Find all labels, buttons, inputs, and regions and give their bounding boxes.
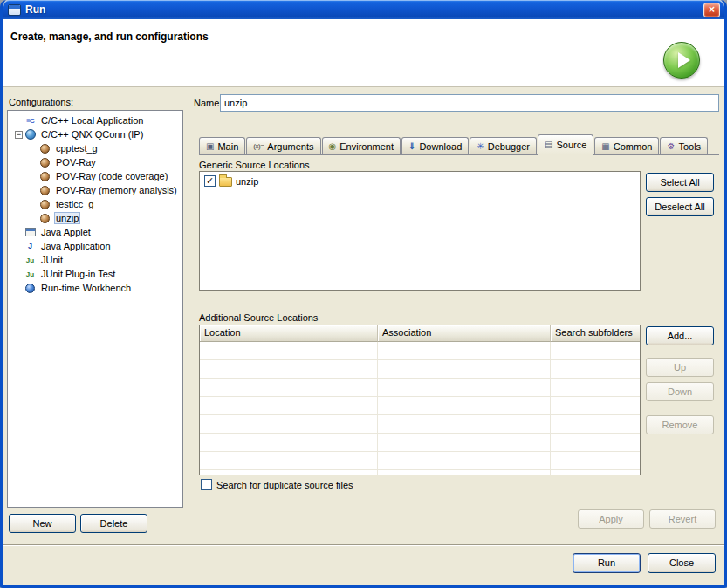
tree-item-cpp-qnx-qconn[interactable]: − C/C++ QNX QConn (IP)	[8, 127, 182, 141]
deselect-all-button[interactable]: Deselect All	[646, 197, 714, 216]
launch-config-icon	[40, 144, 50, 154]
name-input[interactable]	[220, 94, 719, 112]
revert-button: Revert	[649, 509, 716, 529]
tab-label: Common	[614, 141, 653, 152]
qnx-globe-icon	[25, 129, 36, 140]
tree-item-unzip[interactable]: unzip	[8, 211, 182, 225]
tab-environment[interactable]: ◉ Environment	[322, 137, 401, 154]
tools-tab-icon: ⚙	[667, 142, 675, 151]
generic-source-list[interactable]: ✓ unzip	[199, 171, 641, 291]
configurations-tree[interactable]: ≡C C/C++ Local Application − C/C++ QNX Q…	[7, 110, 183, 508]
run-button[interactable]: Run	[573, 553, 641, 573]
footer-separator	[3, 544, 724, 546]
tree-item-junit[interactable]: Ju JUnit	[8, 253, 182, 267]
tree-item-runtime-workbench[interactable]: Run-time Workbench	[8, 281, 182, 295]
duplicate-sources-label: Search for duplicate source files	[216, 480, 353, 490]
configurations-label: Configurations:	[9, 97, 73, 107]
new-button[interactable]: New	[9, 514, 76, 533]
environment-tab-icon: ◉	[329, 142, 337, 151]
tree-item-label: Java Application	[39, 241, 113, 251]
tab-label: Debugger	[488, 141, 530, 152]
junit-plugin-icon: Ju	[24, 269, 36, 280]
launch-config-icon	[40, 200, 50, 209]
tab-label: Environment	[339, 141, 394, 152]
checkbox-checked-icon[interactable]: ✓	[204, 175, 216, 187]
tree-item-testicc-g[interactable]: testicc_g	[8, 197, 182, 211]
column-divider	[377, 342, 378, 475]
tree-item-label: JUnit	[39, 255, 65, 265]
tab-tools[interactable]: ⚙ Tools	[660, 137, 708, 154]
tree-item-junit-plugin-test[interactable]: Ju JUnit Plug-in Test	[8, 267, 182, 281]
launch-config-icon	[40, 158, 50, 168]
tree-item-label: POV-Ray (memory analysis)	[54, 185, 179, 195]
tree-item-pov-ray-memory-analysis[interactable]: POV-Ray (memory analysis)	[8, 183, 182, 197]
column-header-search-subfolders[interactable]: Search subfolders	[551, 325, 640, 342]
tab-download[interactable]: ⇓ Download	[401, 137, 469, 154]
table-body[interactable]	[200, 342, 640, 475]
duplicate-sources-option[interactable]: Search for duplicate source files	[201, 479, 353, 490]
remove-button: Remove	[646, 415, 714, 434]
down-button: Down	[646, 382, 714, 401]
junit-icon: Ju	[24, 255, 36, 266]
table-header-row: Location Association Search subfolders	[200, 325, 640, 342]
tree-item-label: POV-Ray	[54, 157, 98, 168]
source-tab-icon: ▤	[545, 140, 552, 149]
generic-source-locations-label: Generic Source Locations	[199, 160, 310, 170]
tree-item-label: C/C++ QNX QConn (IP)	[39, 129, 145, 140]
generic-source-item-unzip[interactable]: ✓ unzip	[204, 175, 635, 187]
tab-common[interactable]: ▦ Common	[594, 137, 659, 154]
tab-label: Tools	[678, 141, 701, 152]
java-applet-icon	[25, 228, 36, 236]
run-dialog-window: Run × Create, manage, and run configurat…	[0, 0, 727, 588]
arguments-tab-icon: (x)=	[253, 143, 264, 150]
tab-source[interactable]: ▤ Source	[538, 134, 593, 155]
play-arrow-icon	[678, 52, 690, 68]
tab-folder: ▣ Main (x)= Arguments ◉ Environment ⇓ Do…	[199, 134, 719, 155]
launch-config-icon	[40, 172, 50, 181]
tree-item-label: Java Applet	[39, 227, 93, 237]
tree-item-label: cpptest_g	[54, 143, 99, 154]
column-header-location[interactable]: Location	[200, 325, 378, 342]
tab-main[interactable]: ▣ Main	[199, 137, 245, 154]
checkbox-unchecked-icon[interactable]	[201, 479, 212, 490]
cpp-local-app-icon: ≡C	[24, 115, 36, 126]
workbench-icon	[25, 284, 35, 293]
launch-config-icon	[40, 214, 50, 223]
tree-item-label: JUnit Plug-in Test	[39, 269, 117, 279]
banner-title: Create, manage, and run configurations	[10, 31, 209, 43]
additional-source-table[interactable]: Location Association Search subfolders	[199, 325, 641, 475]
tab-debugger[interactable]: ✳ Debugger	[470, 137, 537, 154]
column-header-association[interactable]: Association	[378, 325, 551, 342]
additional-source-locations-label: Additional Source Locations	[199, 312, 318, 323]
delete-button[interactable]: Delete	[80, 514, 147, 533]
tab-arguments[interactable]: (x)= Arguments	[246, 137, 320, 154]
tree-item-label: POV-Ray (code coverage)	[54, 171, 169, 181]
main-tab-icon: ▣	[206, 142, 214, 151]
tree-item-pov-ray[interactable]: POV-Ray	[8, 155, 182, 169]
tab-label: Download	[419, 141, 462, 152]
tree-item-java-applet[interactable]: Java Applet	[8, 225, 182, 239]
banner: Create, manage, and run configurations	[3, 19, 724, 87]
generic-source-item-label: unzip	[236, 176, 258, 187]
tab-label: Main	[217, 141, 238, 152]
tree-item-java-application[interactable]: J Java Application	[8, 239, 182, 253]
tree-item-cpp-local-application[interactable]: ≡C C/C++ Local Application	[8, 113, 182, 127]
apply-button: Apply	[578, 509, 644, 529]
titlebar[interactable]: Run ×	[3, 0, 724, 19]
select-all-button[interactable]: Select All	[646, 173, 714, 192]
name-label: Name:	[194, 98, 222, 108]
close-dialog-button[interactable]: Close	[648, 553, 716, 573]
tab-label: Arguments	[267, 141, 313, 152]
launch-config-icon	[40, 186, 50, 195]
add-button[interactable]: Add...	[646, 326, 714, 345]
tree-item-cpptest-g[interactable]: cpptest_g	[8, 141, 182, 155]
run-dialog-icon	[8, 4, 21, 16]
close-button[interactable]: ×	[703, 3, 720, 17]
tree-item-pov-ray-code-coverage[interactable]: POV-Ray (code coverage)	[8, 169, 182, 183]
tab-label: Source	[556, 140, 586, 150]
collapse-handle-icon[interactable]: −	[15, 131, 23, 139]
tree-item-label: Run-time Workbench	[39, 283, 133, 293]
up-button: Up	[646, 358, 714, 377]
java-application-icon: J	[24, 241, 36, 252]
column-divider	[550, 342, 551, 475]
